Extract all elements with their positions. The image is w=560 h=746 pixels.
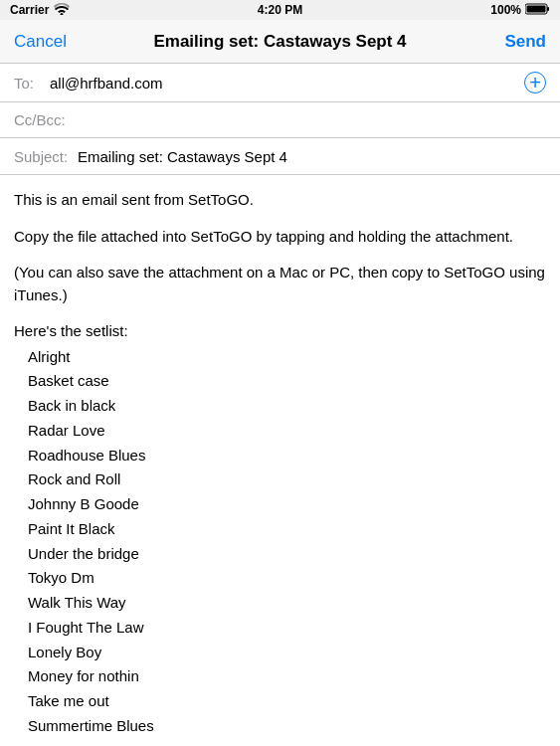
to-label: To: <box>14 75 44 92</box>
status-time: 4:20 PM <box>258 3 302 17</box>
svg-rect-3 <box>527 5 546 12</box>
list-item: Radar Love <box>14 419 546 444</box>
setlist-items-container: AlrightBasket caseBack in blackRadar Lov… <box>14 345 546 739</box>
email-scroll-area[interactable]: To: + Cc/Bcc: Subject: Emailing set: Cas… <box>0 64 560 746</box>
status-left: Carrier <box>10 3 70 18</box>
email-fields: To: + Cc/Bcc: Subject: Emailing set: Cas… <box>0 64 560 175</box>
list-item: Roadhouse Blues <box>14 444 546 468</box>
svg-point-0 <box>61 13 64 15</box>
list-item: Under the bridge <box>14 542 546 567</box>
list-item: Basket case <box>14 369 546 394</box>
to-row: To: + <box>0 64 560 102</box>
to-input[interactable] <box>50 75 524 92</box>
cc-bcc-row: Cc/Bcc: <box>0 102 560 138</box>
add-recipient-button[interactable]: + <box>524 72 546 93</box>
body-line1: This is an email sent from SetToGO. <box>14 189 546 212</box>
send-button[interactable]: Send <box>504 32 546 52</box>
list-item: Walk This Way <box>14 591 546 616</box>
list-item: I Fought The Law <box>14 616 546 641</box>
body-line2: Copy the file attached into SetToGO by t… <box>14 226 546 249</box>
nav-title: Emailing set: Castaways Sept 4 <box>153 32 406 52</box>
list-item: Summertime Blues <box>14 714 546 739</box>
cc-bcc-label: Cc/Bcc: <box>14 111 66 128</box>
svg-rect-2 <box>547 7 549 11</box>
nav-bar: Cancel Emailing set: Castaways Sept 4 Se… <box>0 20 560 64</box>
setlist-title: Here's the setlist: <box>14 320 546 343</box>
list-item: Alright <box>14 345 546 370</box>
subject-value: Emailing set: Castaways Sept 4 <box>78 148 287 165</box>
body-line3: (You can also save the attachment on a M… <box>14 262 546 306</box>
status-right: 100% <box>490 3 550 18</box>
battery-label: 100% <box>490 3 521 17</box>
list-item: Money for nothin <box>14 664 546 689</box>
list-item: Take me out <box>14 689 546 714</box>
list-item: Rock and Roll <box>14 467 546 492</box>
battery-icon <box>525 3 550 18</box>
wifi-icon <box>54 3 70 18</box>
list-item: Lonely Boy <box>14 641 546 665</box>
list-item: Tokyo Dm <box>14 566 546 591</box>
setlist: Here's the setlist: AlrightBasket caseBa… <box>14 320 546 739</box>
subject-row: Subject: Emailing set: Castaways Sept 4 <box>0 138 560 174</box>
list-item: Back in black <box>14 394 546 419</box>
subject-label: Subject: <box>14 148 74 165</box>
cancel-button[interactable]: Cancel <box>14 32 67 52</box>
list-item: Johnny B Goode <box>14 492 546 517</box>
carrier-label: Carrier <box>10 3 49 17</box>
list-item: Paint It Black <box>14 517 546 542</box>
email-body: This is an email sent from SetToGO. Copy… <box>0 175 560 746</box>
status-bar: Carrier 4:20 PM 100% <box>0 0 560 20</box>
